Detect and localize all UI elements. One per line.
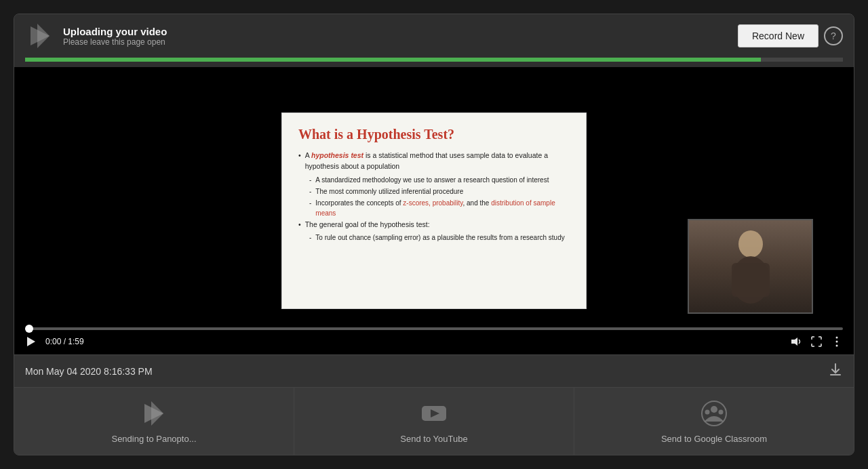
fullscreen-button[interactable] xyxy=(810,335,823,348)
controls-right xyxy=(790,335,843,348)
header-right: Record New ? xyxy=(738,24,843,47)
svg-point-9 xyxy=(836,345,838,347)
svg-point-8 xyxy=(836,341,838,343)
webcam-overlay xyxy=(688,219,813,314)
google-classroom-action-icon xyxy=(699,399,729,428)
svg-marker-5 xyxy=(27,337,35,346)
header-left: Uploading your video Please leave this p… xyxy=(25,21,167,51)
person-silhouette xyxy=(717,222,785,310)
svg-point-18 xyxy=(719,410,724,415)
progress-bar-fill xyxy=(25,58,761,62)
google-classroom-action-button[interactable]: Send to Google Classroom xyxy=(574,388,854,455)
panopto-action-label: Sending to Panopto... xyxy=(111,434,196,444)
video-controls: 0:00 / 1:59 xyxy=(14,322,854,354)
header-text: Uploading your video Please leave this p… xyxy=(63,26,167,47)
youtube-action-label: Send to YouTube xyxy=(400,434,467,444)
svg-point-16 xyxy=(711,406,717,413)
panopto-action-button[interactable]: Sending to Panopto... xyxy=(14,388,294,455)
webcam-person xyxy=(689,220,812,312)
download-button[interactable] xyxy=(828,362,843,380)
app-window: Uploading your video Please leave this p… xyxy=(14,14,854,455)
actions-row: Sending to Panopto... Send to YouTube xyxy=(14,387,854,455)
svg-point-7 xyxy=(836,337,838,339)
help-button[interactable]: ? xyxy=(824,26,843,45)
uploading-subtitle: Please leave this page open xyxy=(63,37,167,47)
progress-dot xyxy=(25,325,33,333)
time-display: 0:00 / 1:59 xyxy=(45,337,84,346)
progress-bar-container xyxy=(25,55,843,62)
panopto-logo xyxy=(25,21,55,51)
play-icon xyxy=(25,335,37,348)
slide-bullet-2: The general goal of the hypothesis test: xyxy=(298,220,570,230)
youtube-action-button[interactable]: Send to YouTube xyxy=(294,388,574,455)
date-text: Mon May 04 2020 8:16:33 PM xyxy=(25,366,153,377)
controls-left: 0:00 / 1:59 xyxy=(25,335,84,348)
more-options-button[interactable] xyxy=(831,335,843,348)
google-classroom-action-label: Send to Google Classroom xyxy=(661,434,767,444)
panopto-action-icon xyxy=(139,399,169,428)
slide-sub-3: Incorporates the concepts of z-scores, p… xyxy=(309,198,570,218)
volume-icon xyxy=(790,335,802,348)
svg-marker-6 xyxy=(791,338,797,346)
slide-bullet-1: A hypothesis test is a statistical metho… xyxy=(298,150,570,172)
play-button[interactable] xyxy=(25,335,37,348)
info-bar: Mon May 04 2020 8:16:33 PM xyxy=(14,354,854,387)
slide-sub-4: To rule out chance (sampling error) as a… xyxy=(309,232,570,243)
more-icon xyxy=(831,335,843,348)
svg-rect-4 xyxy=(732,263,770,297)
controls-row: 0:00 / 1:59 xyxy=(25,335,843,348)
record-new-button[interactable]: Record New xyxy=(738,24,818,47)
svg-point-2 xyxy=(738,230,763,258)
video-area: What is a Hypothesis Test? A hypothesis … xyxy=(14,67,854,354)
svg-marker-12 xyxy=(151,401,163,426)
slide-sub-1: A standardized methodology we use to ans… xyxy=(309,175,570,185)
volume-button[interactable] xyxy=(790,335,802,348)
youtube-action-icon xyxy=(419,399,449,428)
svg-marker-1 xyxy=(37,24,50,48)
progress-timeline[interactable] xyxy=(25,327,843,330)
slide-sub-2: The most commonly utilized inferential p… xyxy=(309,186,570,197)
slide-title: What is a Hypothesis Test? xyxy=(298,127,570,142)
header: Uploading your video Please leave this p… xyxy=(14,14,854,67)
fullscreen-icon xyxy=(810,335,823,348)
uploading-title: Uploading your video xyxy=(63,26,167,37)
svg-point-17 xyxy=(705,410,710,415)
hypothesis-test-italic: hypothesis test xyxy=(311,151,363,159)
svg-rect-10 xyxy=(830,374,841,375)
download-icon xyxy=(828,362,843,377)
slide-frame: What is a Hypothesis Test? A hypothesis … xyxy=(281,113,587,309)
